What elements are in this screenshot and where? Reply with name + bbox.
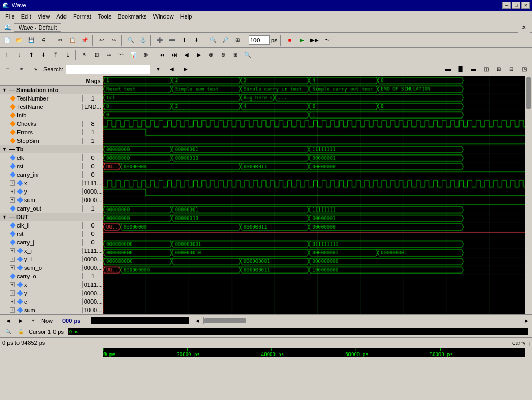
wave-btn2[interactable]: 〰	[115, 49, 127, 61]
sig-add-btn[interactable]: ➕	[154, 34, 166, 46]
fmt-btn[interactable]: 📊	[127, 49, 139, 61]
signal-list[interactable]: ▼— Simulation infoTestNumber1TestNameEND…	[0, 86, 103, 314]
zoom-sel-btn[interactable]: 🔍	[242, 49, 253, 61]
menu-bookmarks[interactable]: Bookmarks	[114, 12, 150, 21]
new-btn[interactable]: 📄	[1, 34, 13, 46]
wave-style-btn5[interactable]: ⊞	[493, 63, 505, 75]
next-cursor-btn[interactable]: ▶	[193, 49, 205, 61]
wave-btn[interactable]: 〜	[322, 34, 333, 46]
paste-btn[interactable]: 📌	[79, 34, 90, 46]
copy-btn[interactable]: 📋	[67, 34, 78, 46]
t2-btn2[interactable]: ↓	[13, 49, 25, 61]
signal-row[interactable]: carry_j0	[0, 238, 103, 247]
find-btn[interactable]: 🔍	[125, 34, 136, 46]
menu-tools[interactable]: Tools	[95, 12, 115, 21]
zoom-fit-btn[interactable]: ⊞	[232, 34, 243, 46]
zoom-out-btn[interactable]: 🔎	[219, 34, 231, 46]
scroll-right-btn[interactable]: ▶	[520, 315, 532, 326]
signal-row[interactable]: TestNameEND...	[0, 103, 103, 111]
cursor-icon1[interactable]: 🔍	[2, 328, 14, 335]
str-btn[interactable]: ⊕	[140, 49, 151, 61]
search-fwd[interactable]: ▶	[180, 63, 191, 75]
wave-style-btn2[interactable]: █	[455, 63, 466, 75]
cut-btn[interactable]: ✂	[54, 34, 66, 46]
open-btn[interactable]: 📂	[13, 34, 25, 46]
search-go[interactable]: ▼	[152, 63, 164, 75]
wave-tab[interactable]: Wave - Default	[14, 23, 61, 32]
signal-row[interactable]: carry_o1	[0, 272, 103, 280]
signal-row[interactable]: carry_in0	[0, 170, 103, 179]
measure-btn[interactable]: ↔	[103, 49, 115, 61]
signal-row[interactable]: ▼— Simulation info	[0, 86, 103, 94]
t2-btn6[interactable]: ⤓	[62, 49, 74, 61]
search-input[interactable]	[66, 65, 150, 74]
menu-view[interactable]: View	[34, 12, 53, 21]
cursor-btn[interactable]: ↖	[79, 49, 90, 61]
wave-style-btn4[interactable]: ◫	[480, 63, 492, 75]
v-scrollbar-thumb[interactable]	[526, 77, 531, 109]
menu-edit[interactable]: Edit	[18, 12, 34, 21]
search-icon-btn[interactable]: ≡	[2, 63, 14, 75]
redo-btn[interactable]: ↪	[108, 34, 120, 46]
signal-row[interactable]: +sum0000...	[0, 196, 103, 204]
menu-window[interactable]: Window	[150, 12, 177, 21]
sig-down-btn[interactable]: ⬇	[190, 34, 202, 46]
zoom-in2-btn[interactable]: ⊕	[205, 49, 217, 61]
signal-row[interactable]: carry_out1	[0, 204, 103, 213]
menu-add[interactable]: Add	[53, 12, 70, 21]
sig-up-btn[interactable]: ⬆	[178, 34, 190, 46]
run-all-btn[interactable]: ▶▶	[308, 34, 321, 46]
sig-del-btn[interactable]: ➖	[166, 34, 178, 46]
signal-row[interactable]: Errors1	[0, 128, 103, 137]
signal-row[interactable]: ▼— Tb	[0, 145, 103, 153]
search-opt2[interactable]: ∿	[30, 63, 41, 75]
signal-row[interactable]: ▼— DUT	[0, 213, 103, 221]
menu-format[interactable]: Format	[70, 12, 95, 21]
close-button[interactable]: ✕	[521, 2, 530, 9]
search-back[interactable]: ◀	[166, 63, 178, 75]
print-btn[interactable]: 🖨	[38, 34, 49, 46]
v-scrollbar[interactable]	[525, 76, 532, 314]
zoom-out2-btn[interactable]: ⊖	[217, 49, 229, 61]
wave-style-btn1[interactable]: ▬	[442, 63, 454, 75]
next-edge-btn[interactable]: ⏭	[169, 49, 180, 61]
ctrl-btn2[interactable]: ▶	[15, 317, 26, 324]
search-opt1[interactable]: ≈	[16, 63, 27, 75]
stop-btn[interactable]: ■	[284, 34, 296, 46]
t2-btn1[interactable]: ↑	[1, 49, 13, 61]
signal-row[interactable]: Checks8	[0, 120, 103, 128]
wave-style-btn3[interactable]: ▬	[467, 63, 479, 75]
zoom-in-btn[interactable]: 🔍	[207, 34, 219, 46]
zoom-value-input[interactable]	[249, 35, 270, 45]
ctrl-btn1[interactable]: ◀	[2, 317, 14, 324]
signal-row[interactable]: clk_i0	[0, 221, 103, 230]
signal-row[interactable]: +sum_o0000...	[0, 263, 103, 272]
t2-btn3[interactable]: ⬆	[25, 49, 37, 61]
scroll-left-btn[interactable]: ◀	[191, 315, 203, 326]
cursor-track[interactable]: 0 ps	[68, 328, 528, 335]
menu-help[interactable]: Help	[177, 12, 196, 21]
wave-style-btn6[interactable]: ⊟	[506, 63, 517, 75]
wave-style-btn7[interactable]: ◳	[518, 63, 530, 75]
menu-file[interactable]: File	[2, 12, 18, 21]
zoom-area-btn[interactable]: ⊡	[91, 49, 103, 61]
prev-cursor-btn[interactable]: ◀	[181, 49, 192, 61]
t2-btn5[interactable]: ⤒	[50, 49, 61, 61]
signal-row[interactable]: Info	[0, 111, 103, 120]
cursor-icon2[interactable]: 🔓	[15, 328, 26, 335]
maximize-button[interactable]: □	[512, 2, 520, 9]
wave-canvas[interactable]	[103, 76, 532, 314]
signal-row[interactable]: +sum1000...	[0, 306, 103, 314]
signal-row[interactable]: +y0000...	[0, 187, 103, 196]
signal-row[interactable]: +x_i1111...	[0, 247, 103, 255]
signal-row[interactable]: +y0000...	[0, 289, 103, 297]
h-scrollbar[interactable]	[203, 317, 520, 324]
signal-row[interactable]: +c0000...	[0, 297, 103, 306]
tab-close[interactable]: ✕	[518, 22, 530, 33]
signal-row[interactable]: StopSim1	[0, 137, 103, 145]
signal-row[interactable]: rst_i0	[0, 230, 103, 238]
minimize-button[interactable]: ─	[502, 2, 511, 9]
t2-btn4[interactable]: ⬇	[38, 49, 49, 61]
undo-btn[interactable]: ↩	[96, 34, 107, 46]
h-scrollbar-thumb[interactable]	[204, 318, 246, 323]
